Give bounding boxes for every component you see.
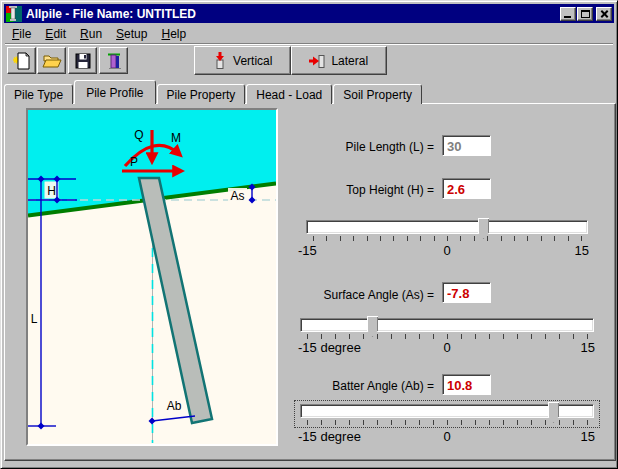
pile-diagram: Q M P H L As Ab [28, 110, 276, 444]
new-file-button[interactable] [7, 47, 36, 74]
lateral-button[interactable]: Lateral [291, 46, 388, 75]
app-icon [6, 6, 22, 22]
lateral-arrow-icon [309, 53, 325, 69]
menu-run[interactable]: Run [73, 25, 109, 43]
save-file-icon [73, 51, 93, 71]
top-height-slider-min: -15 [298, 243, 317, 258]
menu-help[interactable]: Help [154, 25, 193, 43]
vertical-arrow-icon [212, 52, 227, 69]
pile-length-label: Pile Length (L) = [346, 140, 434, 154]
pile-diagram-frame: Q M P H L As Ab [26, 108, 278, 446]
surface-angle-label: Surface Angle (As) = [324, 288, 434, 302]
top-height-label: Top Height (H) = [346, 183, 434, 197]
surface-angle-slider-min: -15 degree [298, 340, 361, 355]
surface-angle-slider-ticks [307, 334, 588, 339]
pile-tool-button[interactable] [99, 47, 128, 74]
run-button-group: Vertical Lateral [194, 46, 387, 75]
toolbar: Vertical Lateral [4, 45, 614, 78]
open-file-icon [42, 51, 62, 71]
save-file-button[interactable] [68, 47, 97, 74]
label-p: P [130, 155, 138, 169]
batter-angle-label: Batter Angle (Ab) = [332, 379, 434, 393]
top-height-input[interactable] [442, 178, 491, 199]
label-l: L [31, 312, 38, 326]
label-as: As [230, 189, 244, 203]
tab-strip: Pile Type Pile Profile Pile Property Hea… [4, 80, 423, 104]
tab-pile-type[interactable]: Pile Type [4, 84, 73, 104]
window-title: Allpile - File Name: UNTITLED [26, 7, 559, 21]
label-h: H [47, 184, 56, 198]
open-file-button[interactable] [37, 47, 66, 74]
surface-angle-slider-track[interactable] [300, 318, 594, 332]
label-m: M [171, 131, 181, 145]
top-height-slider-mid: 0 [441, 243, 453, 258]
label-ab: Ab [167, 399, 182, 413]
maximize-button[interactable] [577, 7, 593, 21]
title-bar: Allpile - File Name: UNTITLED [4, 4, 614, 23]
close-button[interactable] [596, 7, 612, 21]
lateral-button-label: Lateral [331, 54, 368, 68]
top-height-slider-ticks [313, 236, 582, 241]
menu-bar: File Edit Run Setup Help [5, 25, 613, 44]
batter-angle-slider-ticks [307, 420, 588, 425]
batter-angle-input[interactable] [442, 374, 491, 395]
app-window: Allpile - File Name: UNTITLED File Edit … [0, 0, 618, 469]
surface-angle-slider-mid: 0 [441, 340, 453, 355]
menu-file[interactable]: File [5, 25, 38, 43]
vertical-button-label: Vertical [233, 54, 272, 68]
surface-angle-input[interactable] [442, 282, 491, 303]
top-height-slider-track[interactable] [306, 220, 588, 234]
batter-angle-slider-min: -15 degree [298, 429, 361, 444]
menu-setup[interactable]: Setup [109, 25, 154, 43]
pile-length-input[interactable] [442, 135, 491, 156]
menu-edit[interactable]: Edit [38, 25, 73, 43]
tab-head-load[interactable]: Head - Load [246, 84, 332, 104]
tab-soil-property[interactable]: Soil Property [333, 84, 422, 104]
batter-angle-slider-max: 15 [577, 429, 595, 444]
batter-angle-slider-mid: 0 [441, 429, 453, 444]
minimize-button[interactable] [560, 7, 576, 21]
label-q: Q [134, 128, 143, 142]
surface-angle-slider-max: 15 [577, 340, 595, 355]
new-file-icon [12, 51, 32, 71]
vertical-button[interactable]: Vertical [194, 46, 291, 75]
tab-pile-profile[interactable]: Pile Profile [74, 80, 155, 104]
top-height-slider-max: 15 [571, 243, 589, 258]
tab-pile-property[interactable]: Pile Property [157, 84, 246, 104]
pile-tool-icon [104, 51, 124, 71]
